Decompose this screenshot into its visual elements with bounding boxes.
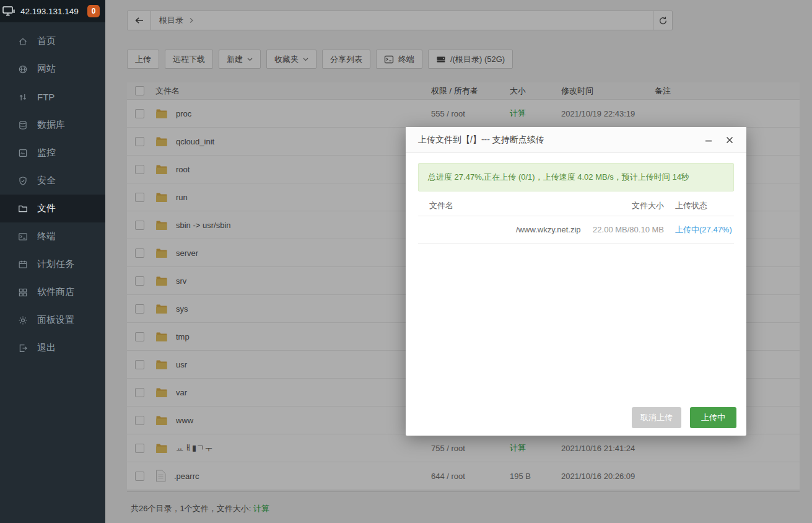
sidebar-nav: 首页网站FTP数据库监控安全文件终端计划任务软件商店面板设置退出	[0, 22, 105, 362]
server-header[interactable]: 42.193.131.149 0	[0, 0, 105, 22]
upload-modal-title: 上传文件到【/】--- 支持断点续传	[418, 134, 692, 146]
sidebar-item-security[interactable]: 安全	[0, 167, 105, 195]
close-icon	[725, 136, 734, 144]
monitor-icon	[18, 148, 28, 158]
uploading-button[interactable]: 上传中	[690, 407, 736, 428]
upload-file-status[interactable]: 上传中(27.47%)	[664, 224, 734, 235]
sidebar-item-monitor[interactable]: 监控	[0, 139, 105, 167]
terminal-icon	[18, 232, 28, 242]
upload-file-row: /www.wkzy.net.zip 22.00 MB/80.10 MB 上传中(…	[418, 216, 734, 244]
upload-column-name: 文件名	[418, 200, 583, 211]
upload-modal-footer: 取消上传 上传中	[632, 407, 736, 428]
sidebar: 42.193.131.149 0 首页网站FTP数据库监控安全文件终端计划任务软…	[0, 0, 105, 523]
upload-progress-summary: 总进度 27.47%,正在上传 (0/1)，上传速度 4.02 MB/s，预计上…	[418, 163, 734, 191]
globe-icon	[18, 64, 28, 74]
calendar-icon	[18, 260, 28, 270]
sidebar-item-label: 网站	[37, 63, 56, 75]
sidebar-item-label: 安全	[37, 175, 56, 187]
sidebar-item-label: 退出	[37, 342, 56, 354]
sidebar-item-label: 监控	[37, 147, 56, 159]
sidebar-item-label: 面板设置	[37, 314, 74, 326]
upload-file-size: 22.00 MB/80.10 MB	[583, 225, 664, 234]
computer-icon	[2, 6, 16, 17]
upload-modal-header: 上传文件到【/】--- 支持断点续传	[406, 127, 746, 153]
sidebar-item-label: FTP	[37, 92, 55, 102]
sidebar-item-terminal[interactable]: 终端	[0, 222, 105, 250]
database-icon	[18, 120, 28, 130]
sidebar-item-label: 数据库	[37, 119, 65, 131]
sidebar-item-home[interactable]: 首页	[0, 27, 105, 55]
minimize-button[interactable]	[704, 136, 713, 144]
upload-modal: 上传文件到【/】--- 支持断点续传 总进度 27.47%,正在上传 (0/1)…	[406, 127, 746, 436]
sidebar-item-label: 计划任务	[37, 258, 74, 270]
shield-icon	[18, 176, 28, 186]
sidebar-item-database[interactable]: 数据库	[0, 111, 105, 139]
server-ip: 42.193.131.149	[20, 7, 83, 16]
sidebar-item-appstore[interactable]: 软件商店	[0, 278, 105, 306]
cancel-upload-button[interactable]: 取消上传	[632, 407, 681, 428]
home-icon	[18, 37, 28, 46]
sidebar-item-logout[interactable]: 退出	[0, 334, 105, 362]
sidebar-item-sites[interactable]: 网站	[0, 55, 105, 83]
sidebar-item-ftp[interactable]: FTP	[0, 83, 105, 111]
close-button[interactable]	[725, 136, 734, 144]
upload-column-size: 文件大小	[583, 200, 664, 211]
sidebar-item-label: 文件	[37, 203, 56, 214]
sidebar-item-settings[interactable]: 面板设置	[0, 306, 105, 334]
sidebar-item-label: 终端	[37, 231, 56, 242]
upload-file-table: 文件名 文件大小 上传状态 /www.wkzy.net.zip 22.00 MB…	[418, 195, 734, 244]
upload-modal-body: 总进度 27.47%,正在上传 (0/1)，上传速度 4.02 MB/s，预计上…	[406, 153, 746, 436]
grid-icon	[18, 288, 28, 297]
sidebar-item-cron[interactable]: 计划任务	[0, 250, 105, 278]
sidebar-item-label: 软件商店	[37, 286, 74, 298]
logout-icon	[18, 343, 28, 353]
upload-file-name: /www.wkzy.net.zip	[505, 225, 583, 234]
bt-panel-app: 42.193.131.149 0 首页网站FTP数据库监控安全文件终端计划任务软…	[0, 0, 812, 523]
message-count-badge[interactable]: 0	[87, 5, 100, 17]
upload-column-status: 上传状态	[664, 200, 734, 211]
sidebar-item-files[interactable]: 文件	[0, 195, 105, 222]
minimize-icon	[704, 136, 713, 144]
ftp-icon	[18, 92, 28, 102]
sidebar-item-label: 首页	[37, 35, 56, 47]
gear-icon	[18, 315, 28, 325]
folder-icon	[18, 204, 28, 214]
upload-table-header: 文件名 文件大小 上传状态	[418, 195, 734, 216]
